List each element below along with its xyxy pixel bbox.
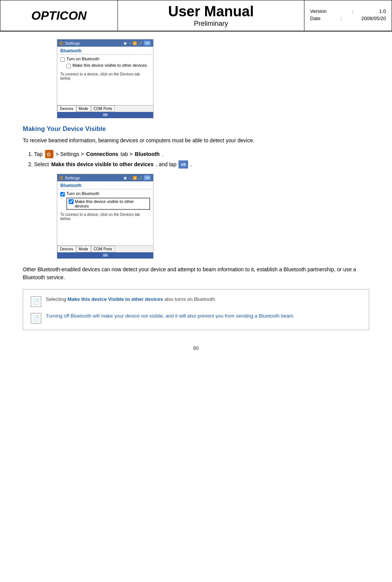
tab-comports-2[interactable]: COM Ports xyxy=(91,246,115,252)
note1-suffix: also turns on Bluetooth. xyxy=(165,296,216,302)
date-label: Date xyxy=(310,16,320,21)
volume-icon: 🔊 xyxy=(138,41,142,45)
note2-text: Turning off Bluetooth will make your dev… xyxy=(46,313,295,319)
signal-icon-2: ↔ xyxy=(128,176,132,180)
step1-content: Tap > Settings > Connections tab > Bluet… xyxy=(34,150,369,158)
visible-row-1: Make this device visible to other device… xyxy=(66,63,150,68)
device-screenshot-2: ⊞ Settings ▣ ↔ 📶 🔊 ok Bluetooth Turn on … xyxy=(57,174,154,259)
tab-mode-1[interactable]: Mode xyxy=(76,105,91,112)
screenshot2-bottom xyxy=(57,223,153,245)
wifi-icon: 📶 xyxy=(133,41,137,45)
version-label: Version xyxy=(310,8,326,14)
step1-end: . xyxy=(162,150,163,158)
document-meta: Version : 1.0 Date : 2008/05/20 xyxy=(304,0,392,31)
version-sep: : xyxy=(352,8,354,14)
note-row-2: 📄 Turning off Bluetooth will make your d… xyxy=(31,312,361,324)
step-1: Tap > Settings > Connections tab > Bluet… xyxy=(34,150,369,158)
date-value: 2008/05/20 xyxy=(361,16,386,21)
document-title: User Manual Preliminary xyxy=(118,0,304,31)
visible-checkbox-2[interactable] xyxy=(69,199,74,204)
turn-on-label-2: Turn on Bluetooth xyxy=(66,191,99,196)
signal-icon: ↔ xyxy=(128,41,132,45)
screenshot1-titlebar: ⊞ Settings ▣ ↔ 📶 🔊 ok xyxy=(57,39,153,47)
tabs-bar-1: Devices Mode COM Ports xyxy=(57,105,153,112)
visible-checkbox-1[interactable] xyxy=(66,64,71,68)
battery-icon: ▣ xyxy=(124,41,127,45)
page-number: 80 xyxy=(0,341,392,355)
outro-text: Other Bluetooth-enabled devices can now … xyxy=(23,266,369,282)
connect-text-1: To connect to a device, click on the Dev… xyxy=(57,71,153,82)
note-icon-2: 📄 xyxy=(31,313,41,324)
wifi-icon-2: 📶 xyxy=(133,176,137,180)
step1-prefix: Tap xyxy=(34,150,43,158)
screenshot2-content: Turn on Bluetooth Make this device visib… xyxy=(57,189,153,212)
titlebar2-left: ⊞ Settings xyxy=(59,175,80,181)
section-heading: Making Your Device Visible xyxy=(23,125,369,133)
tabs-bar-2: Devices Mode COM Ports xyxy=(57,245,153,252)
tab-mode-2[interactable]: Mode xyxy=(76,246,91,252)
note-text-2: Turning off Bluetooth will make your dev… xyxy=(46,312,295,320)
tab-comports-1[interactable]: COM Ports xyxy=(91,105,115,112)
note-box: 📄 Selecting Make this device Visible to … xyxy=(23,289,369,330)
step1-middle2: tab > xyxy=(121,150,133,158)
note1-prefix: Selecting xyxy=(46,296,67,302)
titlebar-right: ▣ ↔ 📶 🔊 ok xyxy=(124,40,151,46)
titlebar-app: Settings xyxy=(65,41,80,46)
turn-on-row-1: Turn on Bluetooth xyxy=(60,57,150,62)
step2-content: Select Make this device visible to other… xyxy=(34,160,369,168)
start-icon: ⊞ xyxy=(59,40,63,46)
titlebar2-right: ▣ ↔ 📶 🔊 ok xyxy=(124,175,151,181)
step1-connections: Connections xyxy=(86,150,118,158)
turn-on-checkbox-2[interactable] xyxy=(60,192,65,197)
note-text-1: Selecting Make this device Visible to ot… xyxy=(46,296,216,303)
screenshot1-content: Turn on Bluetooth Make this device visib… xyxy=(57,55,153,71)
turn-on-row-2: Turn on Bluetooth xyxy=(60,191,150,197)
keyboard-icon-2: ⌨ xyxy=(103,253,108,257)
intro-text: To receive beamed information, beaming d… xyxy=(23,137,369,145)
note-row-1: 📄 Selecting Make this device Visible to … xyxy=(31,296,361,307)
ok-inline-button: ok xyxy=(179,160,188,168)
sub-title: Preliminary xyxy=(194,20,228,28)
step1-bluetooth: Bluetooth xyxy=(135,150,160,158)
screenshot2-titlebar: ⊞ Settings ▣ ↔ 📶 🔊 ok xyxy=(57,174,153,181)
tab-devices-1[interactable]: Devices xyxy=(57,105,76,112)
bluetooth-label-2: Bluetooth xyxy=(57,181,153,189)
step2-bold: Make this device visible to other device… xyxy=(51,160,154,168)
version-value: 1.0 xyxy=(379,8,386,14)
date-sep: : xyxy=(340,16,342,21)
steps-list: Tap > Settings > Connections tab > Bluet… xyxy=(34,150,369,168)
tab-devices-2[interactable]: Devices xyxy=(57,246,76,252)
keyboard-bar-1: ⌨ xyxy=(57,112,153,118)
bluetooth-label-1: Bluetooth xyxy=(57,47,153,55)
battery-icon-2: ▣ xyxy=(124,176,127,180)
screenshot1-bottom xyxy=(57,82,153,105)
step2-prefix: Select xyxy=(34,160,49,168)
step2-middle: , and tap xyxy=(156,160,177,168)
page-content: ⊞ Settings ▣ ↔ 📶 🔊 ok Bluetooth Turn on … xyxy=(0,31,392,341)
step2-period: . xyxy=(190,160,192,168)
keyboard-icon-1: ⌨ xyxy=(103,113,108,117)
visible-label-1: Make this device visible to other device… xyxy=(72,63,147,68)
visible-label-2: Make this device visible to other device… xyxy=(75,199,148,208)
company-logo: OPTICON xyxy=(0,0,118,31)
page-header: OPTICON User Manual Preliminary Version … xyxy=(0,0,392,31)
ok-button-1[interactable]: ok xyxy=(143,40,151,46)
note1-highlight: Make this device Visible to other device… xyxy=(67,296,163,302)
logo-text: OPTICON xyxy=(31,9,87,23)
start-icon-2: ⊞ xyxy=(59,175,63,181)
keyboard-bar-2: ⌨ xyxy=(57,252,153,258)
visible-checkbox-container: Make this device visible to other device… xyxy=(66,198,150,210)
settings-icon xyxy=(45,150,53,158)
ok-button-2[interactable]: ok xyxy=(143,175,151,181)
titlebar-app-2: Settings xyxy=(65,176,80,180)
note-icon-1: 📄 xyxy=(31,296,41,307)
main-title: User Manual xyxy=(168,3,254,20)
step-2: Select Make this device visible to other… xyxy=(34,160,369,168)
turn-on-checkbox-1[interactable] xyxy=(60,57,65,62)
turn-on-label-1: Turn on Bluetooth xyxy=(66,57,99,61)
volume-icon-2: 🔊 xyxy=(138,176,142,180)
titlebar-left: ⊞ Settings xyxy=(59,40,80,46)
visible-row-2: Make this device visible to other device… xyxy=(66,198,150,210)
connect-text-2: To connect to a device, click on the Dev… xyxy=(57,212,153,223)
step1-middle: > Settings > xyxy=(56,150,84,158)
